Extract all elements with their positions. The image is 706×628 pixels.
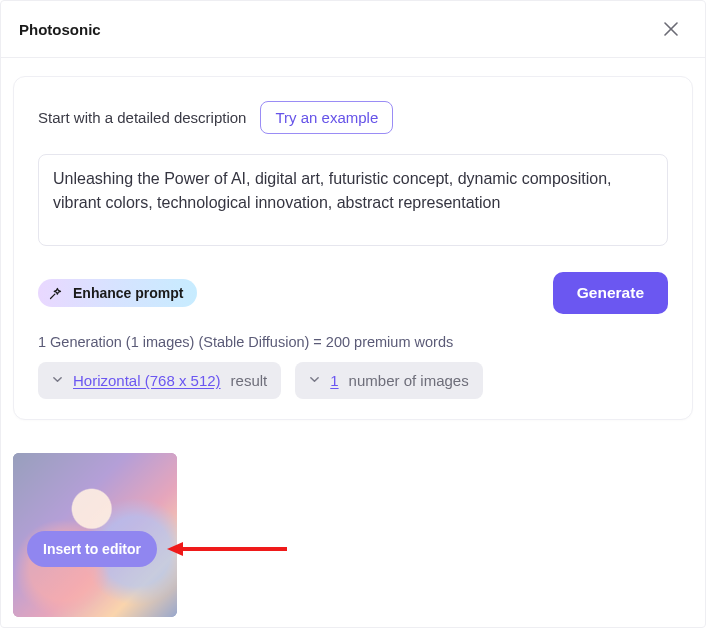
try-example-button[interactable]: Try an example	[260, 101, 393, 134]
prompt-panel: Start with a detailed description Try an…	[13, 76, 693, 420]
insert-to-editor-button[interactable]: Insert to editor	[27, 531, 157, 567]
annotation-arrow	[167, 541, 287, 557]
resolution-value: Horizontal (768 x 512)	[73, 372, 221, 389]
enhance-prompt-label: Enhance prompt	[73, 285, 183, 301]
image-count-suffix: number of images	[349, 372, 469, 389]
generation-cost-text: 1 Generation (1 images) (Stable Diffusio…	[38, 334, 668, 350]
modal-title: Photosonic	[19, 21, 101, 38]
modal-header: Photosonic	[1, 1, 705, 58]
generate-button[interactable]: Generate	[553, 272, 668, 314]
image-count-value: 1	[330, 372, 338, 389]
close-icon	[664, 22, 678, 36]
close-button[interactable]	[657, 15, 685, 43]
resolution-selector[interactable]: Horizontal (768 x 512) result	[38, 362, 281, 399]
prompt-input[interactable]	[38, 154, 668, 246]
description-row: Start with a detailed description Try an…	[38, 101, 668, 134]
svg-line-2	[51, 294, 55, 298]
enhance-prompt-button[interactable]: Enhance prompt	[38, 279, 197, 307]
image-count-selector[interactable]: 1 number of images	[295, 362, 482, 399]
chevron-down-icon	[52, 374, 63, 387]
result-area: Insert to editor	[13, 453, 177, 617]
chevron-down-icon	[309, 374, 320, 387]
action-row: Enhance prompt Generate	[38, 272, 668, 314]
photosonic-modal: Photosonic Start with a detailed descrip…	[0, 0, 706, 628]
selectors-row: Horizontal (768 x 512) result 1 number o…	[38, 362, 668, 399]
magic-wand-icon	[48, 286, 63, 301]
resolution-suffix: result	[231, 372, 268, 389]
description-label: Start with a detailed description	[38, 109, 246, 126]
